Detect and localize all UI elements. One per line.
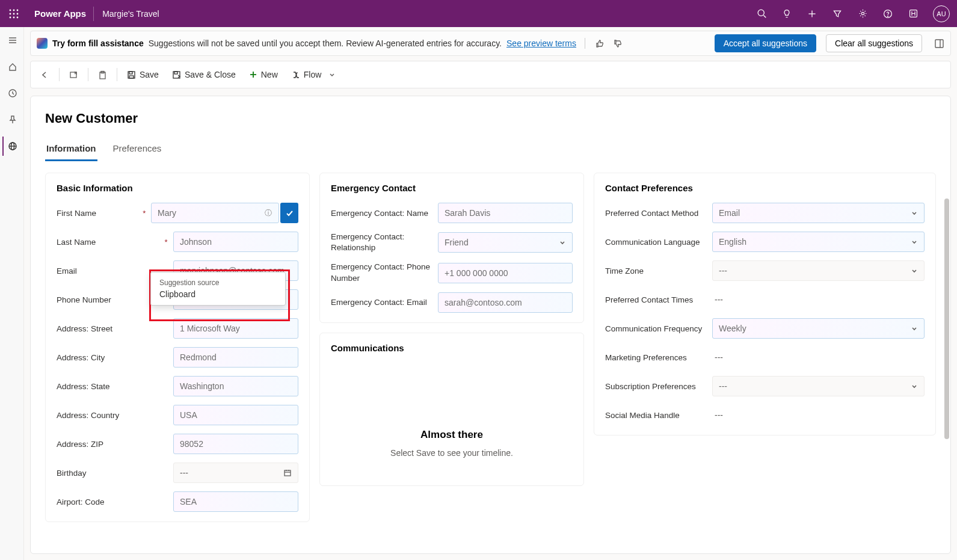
section-basic-info: Basic Information First Name * ⓘ Last Na… (45, 173, 310, 522)
flow-button[interactable]: Flow (285, 66, 342, 83)
tab-preferences[interactable]: Preferences (112, 140, 163, 161)
settings-icon[interactable] (850, 0, 875, 27)
pref-times-value[interactable]: --- (712, 289, 925, 310)
airport-label: Airport: Code (57, 497, 159, 506)
suggestion-tooltip: Suggestion source Clipboard (150, 272, 286, 306)
pref-sub-label: Subscription Preferences (605, 382, 707, 391)
back-button[interactable] (34, 67, 55, 83)
zip-input[interactable] (173, 434, 298, 454)
svg-line-10 (763, 15, 766, 17)
country-input[interactable] (173, 405, 298, 425)
pref-method-label: Preferred Contact Method (605, 209, 707, 218)
notification-text: Suggestions will not be saved until you … (149, 38, 502, 48)
pinned-icon[interactable] (2, 110, 22, 129)
chevron-down-icon (911, 238, 918, 245)
chevron-down-icon (911, 325, 918, 332)
birthday-label: Birthday (57, 469, 159, 478)
info-icon[interactable]: ⓘ (265, 208, 272, 218)
pref-freq-select[interactable]: Weekly (712, 318, 925, 339)
emergency-email-input[interactable] (438, 292, 573, 313)
section-pref-title: Contact Preferences (605, 183, 925, 193)
office-icon[interactable] (900, 0, 926, 27)
street-label: Address: Street (57, 324, 159, 333)
emergency-phone-input[interactable] (438, 263, 573, 283)
section-comm-title: Communications (331, 343, 573, 353)
save-button[interactable]: Save (121, 66, 165, 83)
section-communications: Communications Almost there Select Save … (319, 333, 584, 486)
pref-tz-select[interactable]: --- (712, 260, 925, 281)
left-nav-rail (0, 27, 24, 560)
pref-lang-label: Communication Language (605, 238, 707, 247)
country-label: Address: Country (57, 411, 159, 420)
svg-point-16 (888, 16, 888, 16)
clipboard-button[interactable] (92, 67, 113, 83)
globe-icon[interactable] (2, 137, 22, 156)
scrollbar[interactable] (944, 198, 949, 439)
pref-sub-select[interactable]: --- (712, 376, 925, 396)
last-name-input[interactable] (173, 232, 298, 252)
state-input[interactable] (173, 376, 298, 396)
birthday-input[interactable]: --- (173, 463, 298, 483)
user-avatar[interactable]: AU (933, 5, 950, 22)
new-button[interactable]: New (243, 66, 284, 83)
emergency-name-input[interactable] (438, 203, 573, 223)
chevron-down-icon (911, 267, 918, 274)
accept-all-button[interactable]: Accept all suggestions (715, 34, 816, 52)
section-preferences: Contact Preferences Preferred Contact Me… (594, 173, 936, 435)
pref-tz-label: Time Zone (605, 266, 707, 275)
home-icon[interactable] (2, 57, 22, 76)
clear-all-button[interactable]: Clear all suggestions (826, 34, 922, 52)
pref-social-label: Social Media Handle (605, 411, 707, 420)
first-name-label: First Name (57, 209, 138, 218)
emergency-email-label: Emergency Contact: Email (331, 298, 433, 307)
tab-list: Information Preferences (45, 140, 936, 162)
state-label: Address: State (57, 382, 159, 391)
pref-lang-select[interactable]: English (712, 232, 925, 252)
search-icon[interactable] (749, 0, 774, 27)
filter-icon[interactable] (825, 0, 850, 27)
street-input[interactable] (173, 318, 298, 339)
svg-rect-32 (129, 76, 134, 78)
svg-point-6 (9, 16, 11, 18)
add-icon[interactable] (799, 0, 825, 27)
tab-information[interactable]: Information (45, 140, 97, 161)
accept-suggestion-button[interactable] (280, 203, 298, 223)
airport-input[interactable] (173, 491, 298, 512)
first-name-input[interactable] (151, 203, 279, 223)
recent-icon[interactable] (2, 84, 22, 103)
emergency-name-label: Emergency Contact: Name (331, 209, 433, 218)
lightbulb-icon[interactable] (774, 0, 799, 27)
pref-times-label: Preferred Contact Times (605, 295, 707, 304)
expand-panel-icon[interactable] (934, 38, 944, 49)
thumbs-up-icon[interactable] (594, 37, 607, 50)
zip-label: Address: ZIP (57, 440, 159, 449)
svg-point-2 (16, 9, 18, 11)
pref-method-select[interactable]: Email (712, 203, 925, 223)
hamburger-icon[interactable] (2, 31, 22, 50)
emergency-rel-label: Emergency Contact: Relationship (331, 232, 433, 253)
svg-point-5 (16, 13, 18, 14)
section-emergency-title: Emergency Contact (331, 183, 573, 193)
save-close-button[interactable]: Save & Close (166, 66, 242, 83)
chevron-down-icon (559, 239, 566, 246)
command-bar: Save Save & Close New Flow (30, 61, 951, 88)
email-label: Email (57, 266, 159, 275)
brand-label: Power Apps (27, 7, 94, 21)
pref-social-value[interactable]: --- (712, 405, 925, 425)
emergency-rel-select[interactable]: Friend (438, 232, 573, 253)
last-name-label: Last Name (57, 238, 159, 247)
app-launcher-button[interactable] (0, 0, 27, 27)
pref-marketing-label: Marketing Preferences (605, 353, 707, 362)
environment-label[interactable]: Margie's Travel (94, 9, 167, 19)
notification-bar: Try form fill assistance Suggestions wil… (30, 31, 951, 56)
pref-marketing-value[interactable]: --- (712, 347, 925, 368)
notification-link[interactable]: See preview terms (506, 38, 576, 48)
svg-rect-37 (285, 470, 291, 476)
svg-point-3 (9, 13, 11, 14)
help-icon[interactable] (875, 0, 900, 27)
open-new-window-button[interactable] (63, 67, 84, 83)
svg-rect-31 (129, 72, 132, 74)
city-label: Address: City (57, 353, 159, 362)
city-input[interactable] (173, 347, 298, 368)
thumbs-down-icon[interactable] (612, 37, 625, 50)
